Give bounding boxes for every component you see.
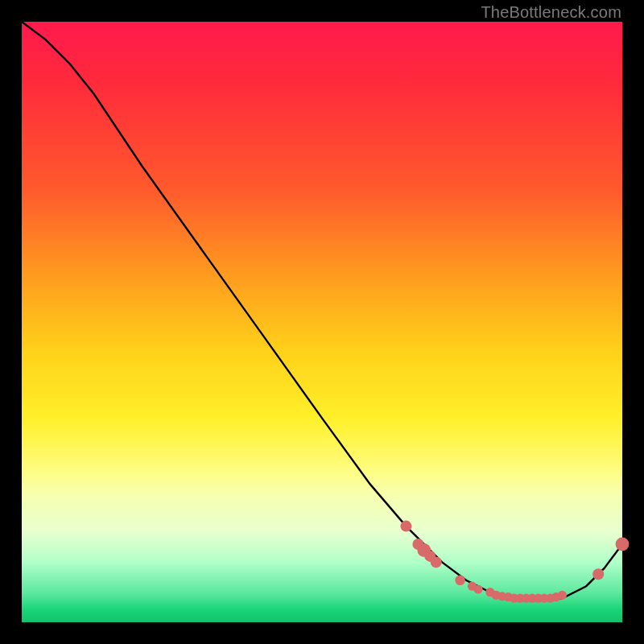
chart-marker (431, 556, 442, 568)
chart-marker (473, 584, 482, 593)
chart-marker (616, 538, 630, 551)
chart-plot-area (22, 22, 622, 622)
chart-marker (592, 568, 604, 580)
chart-svg (22, 22, 622, 622)
watermark-text: TheBottleneck.com (481, 3, 621, 22)
chart-marker (400, 521, 411, 532)
chart-line (22, 22, 622, 598)
chart-marker (455, 576, 465, 586)
chart-markers (400, 521, 629, 603)
chart-marker (558, 591, 567, 600)
chart-frame: TheBottleneck.com (0, 0, 644, 644)
